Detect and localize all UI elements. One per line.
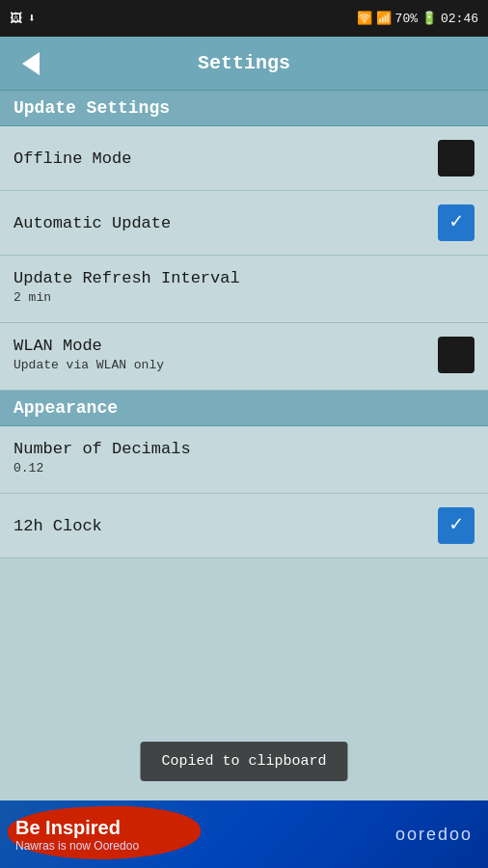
automatic-update-checkbox[interactable]: ✓: [438, 204, 474, 241]
12h-clock-title: 12h Clock: [14, 517, 438, 535]
ad-headline: Be Inspired: [15, 817, 139, 839]
battery-level: 70%: [395, 12, 418, 26]
wlan-mode-subtitle: Update via WLAN only: [14, 358, 438, 372]
refresh-interval-text: Update Refresh Interval 2 min: [14, 269, 474, 305]
settings-content: Update Settings Offline Mode ✓ Automatic…: [0, 91, 488, 558]
wlan-mode-text: WLAN Mode Update via WLAN only: [14, 337, 438, 372]
settings-row-automatic-update[interactable]: Automatic Update ✓: [0, 191, 488, 256]
photo-icon: 🖼: [10, 12, 22, 26]
automatic-update-text: Automatic Update: [14, 214, 438, 232]
decimals-title: Number of Decimals: [14, 440, 474, 458]
toast-message: Copied to clipboard: [161, 753, 326, 770]
settings-row-wlan-mode[interactable]: WLAN Mode Update via WLAN only ✓: [0, 323, 488, 391]
checkmark-icon: ✓: [449, 515, 462, 536]
toolbar: Settings: [0, 37, 488, 91]
download-icon: ⬇: [28, 11, 36, 26]
status-right-icons: 🛜 📶 70% 🔋 02:46: [357, 11, 478, 26]
section-header-update-settings: Update Settings: [0, 91, 488, 126]
clock: 02:46: [441, 12, 478, 26]
12h-clock-checkbox[interactable]: ✓: [438, 507, 474, 544]
12h-clock-text: 12h Clock: [14, 517, 438, 535]
page-title: Settings: [48, 52, 440, 74]
decimals-text: Number of Decimals 0.12: [14, 440, 474, 475]
status-left-icons: 🖼 ⬇: [10, 11, 36, 26]
ad-banner[interactable]: Be Inspired Nawras is now Ooredoo ooredo…: [0, 800, 488, 868]
settings-row-12h-clock[interactable]: 12h Clock ✓: [0, 494, 488, 558]
back-arrow-icon: [22, 52, 40, 75]
ad-subline: Nawras is now Ooredoo: [15, 839, 139, 853]
ad-logo: ooredoo: [395, 825, 473, 845]
decimals-value: 0.12: [14, 461, 474, 475]
settings-row-decimals[interactable]: Number of Decimals 0.12: [0, 426, 488, 494]
automatic-update-title: Automatic Update: [14, 214, 438, 232]
section-header-appearance: Appearance: [0, 391, 488, 426]
refresh-interval-value: 2 min: [14, 290, 474, 305]
battery-icon: 🔋: [421, 11, 437, 26]
signal-icon: 📶: [376, 11, 392, 26]
checkmark-icon: ✓: [449, 212, 462, 233]
toast-notification: Copied to clipboard: [140, 742, 347, 781]
offline-mode-text: Offline Mode: [14, 149, 438, 168]
ad-text: Be Inspired Nawras is now Ooredoo: [15, 817, 139, 853]
status-bar: 🖼 ⬇ 🛜 📶 70% 🔋 02:46: [0, 0, 488, 37]
offline-mode-checkbox[interactable]: ✓: [438, 140, 474, 176]
wifi-icon: 🛜: [357, 11, 372, 26]
refresh-interval-title: Update Refresh Interval: [14, 269, 474, 287]
offline-mode-title: Offline Mode: [14, 149, 438, 168]
settings-row-refresh-interval[interactable]: Update Refresh Interval 2 min: [0, 256, 488, 323]
settings-row-offline-mode[interactable]: Offline Mode ✓: [0, 126, 488, 191]
back-button[interactable]: [14, 46, 48, 81]
wlan-mode-checkbox[interactable]: ✓: [438, 337, 474, 373]
wlan-mode-title: WLAN Mode: [14, 337, 438, 355]
